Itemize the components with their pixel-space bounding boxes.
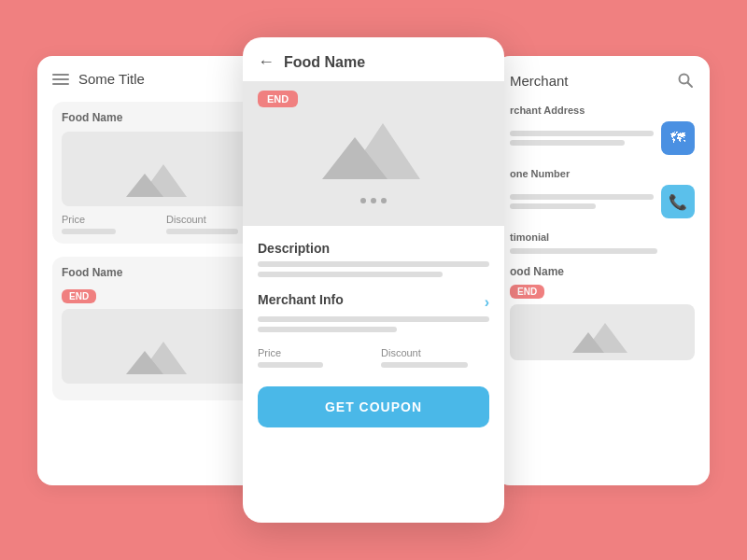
phone-bar-2 <box>510 203 596 209</box>
address-bar-1 <box>510 131 654 136</box>
address-row: 🗺 <box>510 121 695 155</box>
food-card-2-title: Food Name <box>62 266 256 279</box>
map-icon[interactable]: 🗺 <box>661 121 695 155</box>
merchant-bar-1 <box>258 316 489 322</box>
merchant-info-title: Merchant Info <box>258 292 344 307</box>
modal-discount-bar <box>381 362 468 368</box>
address-bar-2 <box>510 140 625 146</box>
right-card-image <box>510 304 695 360</box>
modal-price-col: Price <box>258 347 366 368</box>
scene: Some Title Food Name Price Discount <box>37 37 710 523</box>
chevron-right-icon[interactable]: › <box>485 294 489 311</box>
merchant-bar-2 <box>258 327 397 332</box>
svg-line-5 <box>688 83 693 88</box>
right-card-header: Merchant <box>510 71 695 90</box>
left-card-header: Some Title <box>52 71 265 87</box>
modal-price-label: Price <box>258 347 366 358</box>
food-card-1[interactable]: Food Name Price Discount <box>52 102 265 244</box>
end-badge-right: END <box>510 285 544 299</box>
testimonial-label: timonial <box>510 231 695 243</box>
food-name-right: ood Name <box>510 265 695 278</box>
modal-mountain-svg <box>317 105 430 189</box>
hamburger-icon[interactable] <box>52 74 69 85</box>
testimonial-bar <box>510 248 657 254</box>
get-coupon-button[interactable]: GET COUPON <box>258 386 489 427</box>
modal-price-bar <box>258 362 323 368</box>
modal-discount-label: Discount <box>381 347 489 358</box>
price-bar-1 <box>62 229 116 234</box>
address-section: rchant Address 🗺 <box>510 105 695 155</box>
food-card-1-title: Food Name <box>62 111 256 124</box>
dot-1 <box>360 198 366 203</box>
center-modal: ← Food Name END Description <box>243 37 504 523</box>
dots-indicator <box>360 198 387 203</box>
left-card-title: Some Title <box>78 71 145 87</box>
description-bars <box>258 261 489 277</box>
phone-icon[interactable]: 📞 <box>661 185 695 218</box>
phone-section: one Number 📞 <box>510 168 695 218</box>
description-title: Description <box>258 241 489 256</box>
desc-bar-1 <box>258 261 489 267</box>
dot-3 <box>381 198 387 203</box>
modal-discount-col: Discount <box>381 347 489 368</box>
modal-title: Food Name <box>284 54 365 71</box>
food-card-2-image <box>62 309 256 384</box>
merchant-bars <box>258 316 489 332</box>
modal-end-badge: END <box>258 91 298 107</box>
end-badge-left: END <box>62 289 96 303</box>
search-icon[interactable] <box>676 71 695 90</box>
phone-bar-1 <box>510 194 654 200</box>
price-discount-modal: Price Discount <box>258 347 489 368</box>
modal-header: ← Food Name <box>243 37 504 81</box>
right-card: Merchant rchant Address 🗺 one Number <box>495 56 710 485</box>
desc-bar-2 <box>258 272 443 277</box>
merchant-title: Merchant <box>510 73 569 89</box>
food-card-2[interactable]: Food Name END <box>52 257 265 400</box>
discount-bar-1 <box>166 229 238 234</box>
address-label: rchant Address <box>510 105 695 116</box>
modal-image-area: END <box>243 81 504 226</box>
modal-body: Description Merchant Info › Price <box>243 226 504 442</box>
price-label-1: Price <box>62 214 151 225</box>
phone-row: 📞 <box>510 185 695 218</box>
merchant-info-row[interactable]: Merchant Info › <box>258 292 489 313</box>
phone-label: one Number <box>510 168 695 179</box>
back-button[interactable]: ← <box>258 52 275 72</box>
food-card-1-image <box>62 132 256 206</box>
dot-2 <box>371 198 376 203</box>
